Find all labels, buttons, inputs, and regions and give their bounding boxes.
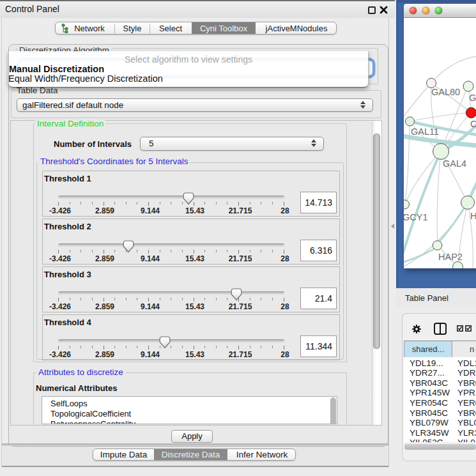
svg-text:GA: GA <box>469 93 476 103</box>
svg-text:GAL4: GAL4 <box>443 158 466 169</box>
svg-text:C: C <box>470 119 476 129</box>
svg-text:GAL11: GAL11 <box>411 127 439 137</box>
svg-text:GAL80: GAL80 <box>431 87 460 97</box>
svg-text:HAP2: HAP2 <box>438 252 463 262</box>
svg-text:H: H <box>470 211 476 221</box>
svg-text:GCY1: GCY1 <box>404 212 428 222</box>
